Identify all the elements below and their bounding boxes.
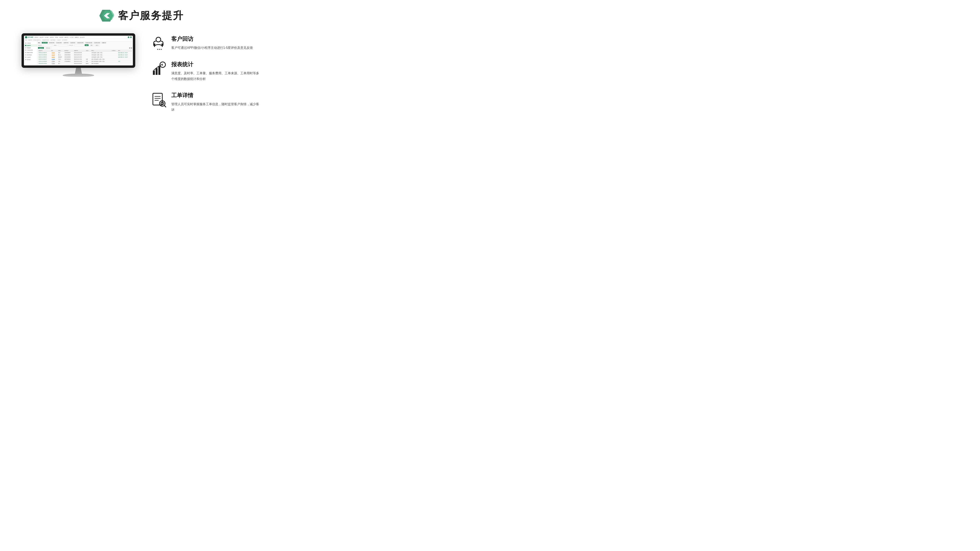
cell-actions[interactable]: 编辑 删除 派工 更多▼ xyxy=(118,52,132,54)
sidebar-item-complaint[interactable]: 投诉建议 xyxy=(24,59,37,61)
order-type-input[interactable] xyxy=(74,44,84,46)
cell-worker: 王维 小时内处理 xyxy=(91,62,111,65)
col-time: 报修时间 xyxy=(73,49,85,52)
cell-status: 已处理 xyxy=(51,58,57,60)
nav-item-ops[interactable]: 迈步运营▼ xyxy=(80,37,85,38)
search-field-person: 报修人： xyxy=(54,44,68,46)
sidebar-icon-active xyxy=(25,45,26,46)
cell-reporter: 橙土土 xyxy=(57,54,64,56)
search-bar: 报修单号： 报修人： 工单大类： 搜索 xyxy=(38,44,132,46)
col-id: 报修单号 xyxy=(38,49,51,52)
col-status: 状态 xyxy=(51,49,57,52)
cell-reporter: 王女士 xyxy=(57,58,64,60)
feature-customer-visit: ★★★ 客户回访 客户可通过APP/微信/小程序主动进行1-5星评价及意见反馈 xyxy=(151,35,261,51)
status-btn-pending[interactable]: 待分泥 (52) xyxy=(48,42,55,43)
cell-phone: 13072905223 xyxy=(64,58,73,60)
report-stats-icon-wrap: $ xyxy=(151,61,167,76)
table-row: 840202011120000 已关闭 张三 2021/11/22 09:23 … xyxy=(38,62,132,65)
status-btn-completed[interactable]: 已填已完 (34) xyxy=(76,42,84,43)
cell-worker: 王维 小时内处理（距离一天前） xyxy=(91,60,111,62)
nav-item-fees[interactable]: 收费管理 xyxy=(35,37,38,38)
nav-item-oa[interactable]: OA系统 xyxy=(55,37,58,38)
order-detail-icon-wrap xyxy=(151,92,167,107)
cell-id: 840202011120000 xyxy=(38,62,51,65)
sidebar-icon-5 xyxy=(25,54,26,56)
repair-id-input[interactable] xyxy=(43,44,53,46)
monitor-stand-neck xyxy=(73,68,84,74)
status-btn-processing[interactable]: 处理中 (4) xyxy=(63,42,69,43)
cell-actions[interactable] xyxy=(118,62,132,65)
status-btn-deleted[interactable]: 已删 (0) xyxy=(101,42,107,43)
action-icons xyxy=(129,48,132,49)
cell-actions[interactable]: 编辑 删除 派工 更多▼ xyxy=(118,56,132,58)
data-table: 报修单号 状态 报修人 联系电话 报修时间 分配人 维修人 工单时间 操作 xyxy=(38,49,132,65)
cell-worktime xyxy=(111,56,118,58)
reporter-input[interactable] xyxy=(58,44,68,46)
nav-item-property[interactable]: 物业管理 xyxy=(59,37,63,38)
feature-report-stats: $ 报表统计 满意度、及时率、工单量、服务费用、工单来源、工单用时等多个维度的数… xyxy=(151,61,261,82)
status-btn-incomplete[interactable]: 已填从未完 (8) xyxy=(85,42,93,43)
status-btn-all[interactable]: 全部 (2%) xyxy=(42,42,48,43)
cell-time: 2021/11/02 14:56 xyxy=(73,58,85,60)
report-stats-desc: 满意度、及时率、工单量、服务费用、工单来源、工单用时等多个维度的数据统计和分析 xyxy=(171,71,261,82)
main-work-area: 状态： 全部 (2%) 待分泥 (52) 已分泥 (16) 处理中 (4) 已处… xyxy=(37,41,133,65)
sidebar-icon-4 xyxy=(25,52,26,53)
cell-time: 2021/11/23 15:29 xyxy=(73,52,85,54)
features-panel: ★★★ 客户回访 客户可通过APP/微信/小程序主动进行1-5星评价及意见反馈 xyxy=(151,33,261,113)
nav-item-finance[interactable]: 财务管理 xyxy=(40,37,43,38)
cell-actions[interactable] xyxy=(118,58,132,60)
cell-assigner xyxy=(85,54,91,56)
sidebar-item-repair[interactable]: 报修管理 xyxy=(24,44,37,47)
reset-button[interactable]: 重置 xyxy=(89,44,94,46)
search-button[interactable]: 搜索 xyxy=(85,44,89,46)
cell-worktime xyxy=(111,62,118,65)
sidebar-item-strategy[interactable]: 维修好对策案 xyxy=(24,51,37,54)
nav-icons: Q A xyxy=(128,37,132,38)
cell-status: 已关闭 xyxy=(51,60,57,62)
nav-item-access[interactable]: 出入管理 xyxy=(70,37,73,38)
table-row: 842021112200088 已关闭 王维 17782088011 2021/… xyxy=(38,60,132,62)
sidebar-item-manage[interactable]: 工单安排管理 xyxy=(24,49,37,51)
status-btn-done[interactable]: 已处理 (3) xyxy=(70,42,76,43)
status-btn-assigned[interactable]: 已分泥 (16) xyxy=(56,42,62,43)
cell-worker: 王维 小时内处理（距离一天前） xyxy=(91,58,111,60)
nav-item-salary[interactable]: 薪酬管理 xyxy=(75,37,79,38)
cell-status: 已关闭 xyxy=(51,62,57,65)
cell-time: 2021/11/23 14:00 xyxy=(73,56,85,58)
customer-visit-desc: 客户可通过APP/微信/小程序主动进行1-5星评价及意见反馈 xyxy=(171,45,261,51)
export-excel-button[interactable]: 导出Excel xyxy=(45,47,51,49)
cell-worker: 小时内处理（距离一天前） xyxy=(91,54,111,56)
nav-item-account[interactable]: 横帐管理 xyxy=(65,37,68,38)
col-assigner: 分配人 xyxy=(85,49,91,52)
new-repair-button[interactable]: 新建报修 xyxy=(38,47,44,49)
nav-item-customer[interactable]: 客户服务 xyxy=(45,37,49,38)
main-content: 迈环云物管 收费管理 财务管理 客户服务 租赁管理 OA系统 物业管理 横帐管理… xyxy=(14,33,269,113)
more-button[interactable]: 更多▼ xyxy=(94,44,100,46)
cell-assigner xyxy=(85,52,91,54)
sidebar-icon-6 xyxy=(25,57,26,58)
table-row: 842021112300069 待处理 橙土土 13320234514 2021… xyxy=(38,54,132,56)
sidebar-item-summary[interactable]: 汇总统计 xyxy=(24,56,37,59)
layout-icon[interactable] xyxy=(131,48,132,49)
svg-text:$: $ xyxy=(162,64,163,66)
cell-actions[interactable]: 编辑 删除 派工 更多▼ xyxy=(118,54,132,56)
cell-actions[interactable]: 待处 xyxy=(118,60,132,62)
user-nav-icon[interactable]: A xyxy=(130,37,132,38)
sidebar-item-review[interactable]: 及时审核意 xyxy=(24,54,37,56)
cell-phone: 13335066657 xyxy=(64,52,73,54)
cell-phone: 17782088011 xyxy=(64,60,73,62)
nav-item-lease[interactable]: 租赁管理 xyxy=(50,37,54,38)
svg-text:★★★: ★★★ xyxy=(157,48,162,50)
sidebar-item-maintenance[interactable]: 维修服务 xyxy=(24,47,37,49)
action-bar: 新建报修 导出Excel xyxy=(38,47,132,49)
cell-id: 842021112300004 xyxy=(38,56,51,58)
order-detail-desc: 管理人员可实时掌握服务工单信息，随时监管客户舆情，减少客诉 xyxy=(171,102,261,113)
feature-customer-visit-text: 客户回访 客户可通过APP/微信/小程序主动进行1-5星评价及意见反馈 xyxy=(171,35,261,51)
sidebar-item-workorder[interactable]: 工单安排 xyxy=(24,42,37,44)
settings-icon[interactable] xyxy=(129,48,130,49)
search-nav-icon[interactable]: Q xyxy=(128,37,129,38)
cell-time: 2021/11/23 13:20 xyxy=(73,54,85,56)
sidebar: 工单安排 报修管理 维修服务 工单安排管理 xyxy=(24,41,37,65)
svg-rect-3 xyxy=(154,43,155,46)
status-btn-closed[interactable]: 已关闭 (119) xyxy=(94,42,100,43)
